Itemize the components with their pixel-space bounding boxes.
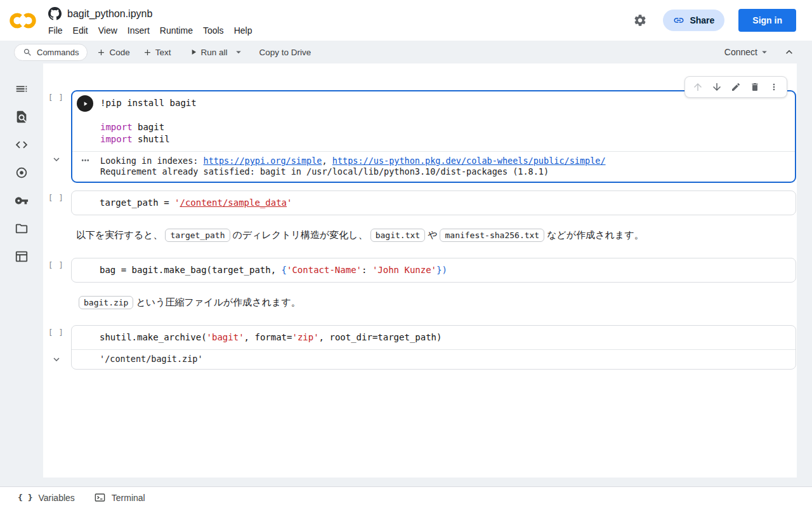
variables-button[interactable]: { } Variables xyxy=(18,493,75,503)
code-line: Looking in indexes: https://pypi.org/sim… xyxy=(100,156,790,166)
code-editor[interactable]: shutil.make_archive('bagit', format='zip… xyxy=(72,326,796,349)
play-icon xyxy=(189,48,198,57)
more-horiz-icon xyxy=(80,155,91,166)
menu-view[interactable]: View xyxy=(93,24,122,37)
find-in-page-icon xyxy=(15,110,29,124)
inline-code-chip: bagit.txt xyxy=(370,229,425,242)
add-code-label: Code xyxy=(109,48,129,57)
code-line: import shutil xyxy=(100,133,790,145)
cell-row: [ ] bag = bagit.make_bag(target_path, {'… xyxy=(43,258,797,283)
notebook-toolbar: Commands Code Text Run all Copy to Drive… xyxy=(0,41,812,64)
cell-row: [ ] !pip install bagit import bagitimpor… xyxy=(43,90,797,183)
share-label: Share xyxy=(690,15,714,25)
collapse-toolbar-button[interactable] xyxy=(783,46,796,58)
secrets-button[interactable] xyxy=(9,188,34,213)
terminal-button[interactable]: Terminal xyxy=(94,491,145,504)
code-cell[interactable]: shutil.make_archive('bagit', format='zip… xyxy=(71,325,796,370)
add-text-label: Text xyxy=(155,48,171,57)
cell-run-marker[interactable]: [ ] xyxy=(48,261,64,270)
code-editor[interactable]: bag = bagit.make_bag(target_path, {'Cont… xyxy=(72,258,796,282)
move-cell-up-button[interactable] xyxy=(688,77,707,97)
cell-gutter: [ ] xyxy=(43,325,71,370)
menu-runtime[interactable]: Runtime xyxy=(155,24,198,37)
plus-icon xyxy=(143,48,152,57)
settings-button[interactable] xyxy=(631,11,649,29)
run-cell-button[interactable] xyxy=(77,95,93,112)
inline-code-chip: manifest-sha256.txt xyxy=(440,229,544,242)
notebook-content: [ ] !pip install bagit import bagitimpor… xyxy=(43,64,797,478)
code-token: /content/sample_data xyxy=(180,197,287,208)
code-cell[interactable]: target_path = '/content/sample_data' xyxy=(71,190,796,215)
edit-cell-button[interactable] xyxy=(726,77,745,97)
cell-run-marker[interactable]: [ ] xyxy=(48,328,64,337)
markdown-cell: 以下を実行すると、target_pathのディレクトリ構造が変化し、bagit.… xyxy=(76,225,771,245)
menu-help[interactable]: Help xyxy=(229,24,258,37)
add-text-button[interactable]: Text xyxy=(139,45,175,60)
commands-button[interactable]: Commands xyxy=(14,44,88,61)
inline-code-chip: target_path xyxy=(165,229,230,242)
menu-tools[interactable]: Tools xyxy=(198,24,229,37)
search-icon xyxy=(23,48,32,57)
delete-cell-button[interactable] xyxy=(745,77,764,97)
code-editor[interactable]: target_path = '/content/sample_data' xyxy=(72,191,796,215)
data-table-button[interactable] xyxy=(9,244,34,269)
code-token: 'Contact-Name' xyxy=(287,265,362,275)
files-button[interactable] xyxy=(9,216,34,241)
run-all-button[interactable]: Run all xyxy=(185,45,232,60)
output-link[interactable]: https://pypi.org/simple xyxy=(204,156,322,166)
run-all-label: Run all xyxy=(201,48,228,57)
code-token: 'John Kunze' xyxy=(372,265,436,275)
sign-in-button[interactable]: Sign in xyxy=(738,9,796,32)
code-token: bag = bagit.make_bag(target_path, xyxy=(100,265,282,275)
output-link[interactable]: https://us-python.pkg.dev/colab-wheels/p… xyxy=(332,156,606,166)
more-cell-actions-button[interactable] xyxy=(764,77,783,97)
colab-logo[interactable] xyxy=(8,10,37,30)
link-icon xyxy=(673,15,684,26)
code-line xyxy=(100,109,790,121)
code-token: !pip install bagit xyxy=(100,98,197,108)
table-of-contents-button[interactable] xyxy=(9,76,34,102)
code-editor[interactable]: !pip install bagit import bagitimport sh… xyxy=(72,91,795,151)
menu-edit[interactable]: Edit xyxy=(68,24,93,37)
find-replace-button[interactable] xyxy=(9,104,34,130)
code-token: , format= xyxy=(244,332,292,342)
variable-inspector-button[interactable] xyxy=(9,160,34,185)
toc-icon xyxy=(15,82,29,96)
code-token: '/content/bagit.zip' xyxy=(100,354,203,364)
code-icon xyxy=(15,138,29,152)
markdown-cell: bagit.zipという圧縮ファイルが作成されます。 xyxy=(76,293,771,312)
connect-label: Connect xyxy=(724,47,757,57)
bottom-bar: { } Variables Terminal xyxy=(0,486,812,508)
output-options-button[interactable] xyxy=(80,155,91,166)
chevron-down-icon xyxy=(51,154,62,165)
menu-file[interactable]: File xyxy=(43,24,68,37)
chevron-down-icon xyxy=(759,46,770,58)
code-line: !pip install bagit xyxy=(100,97,790,109)
add-code-button[interactable]: Code xyxy=(93,45,133,60)
cell-gutter: [ ] xyxy=(43,258,71,283)
move-cell-down-button[interactable] xyxy=(707,77,726,97)
code-token: Requirement already satisfied: bagit in … xyxy=(100,166,549,177)
connect-button[interactable]: Connect xyxy=(721,44,774,60)
code-token: Looking in indexes: xyxy=(100,156,204,166)
left-rail xyxy=(0,64,43,478)
code-cell[interactable]: !pip install bagit import bagitimport sh… xyxy=(71,90,796,183)
menu-insert[interactable]: Insert xyxy=(122,24,155,37)
cell-run-marker[interactable]: [ ] xyxy=(48,194,64,203)
code-cell[interactable]: bag = bagit.make_bag(target_path, {'Cont… xyxy=(71,258,796,283)
gear-icon xyxy=(633,13,647,27)
cell-run-marker[interactable]: [ ] xyxy=(48,93,64,102)
trash-icon xyxy=(750,82,760,92)
code-line: Requirement already satisfied: bagit in … xyxy=(100,166,790,177)
collapse-output-button[interactable] xyxy=(51,154,62,165)
code-token: 'bagit' xyxy=(207,332,244,342)
collapse-output-button[interactable] xyxy=(51,354,62,365)
share-button[interactable]: Share xyxy=(663,10,724,31)
code-token: 'zip' xyxy=(292,332,318,342)
code-snippets-button[interactable] xyxy=(9,132,34,157)
notebook-title[interactable]: bagit_python.ipynb xyxy=(67,8,152,20)
run-all-dropdown[interactable] xyxy=(232,45,246,59)
copy-to-drive-button[interactable]: Copy to Drive xyxy=(256,45,315,60)
cell-actions-toolbar xyxy=(684,76,787,98)
github-icon[interactable] xyxy=(48,7,62,20)
